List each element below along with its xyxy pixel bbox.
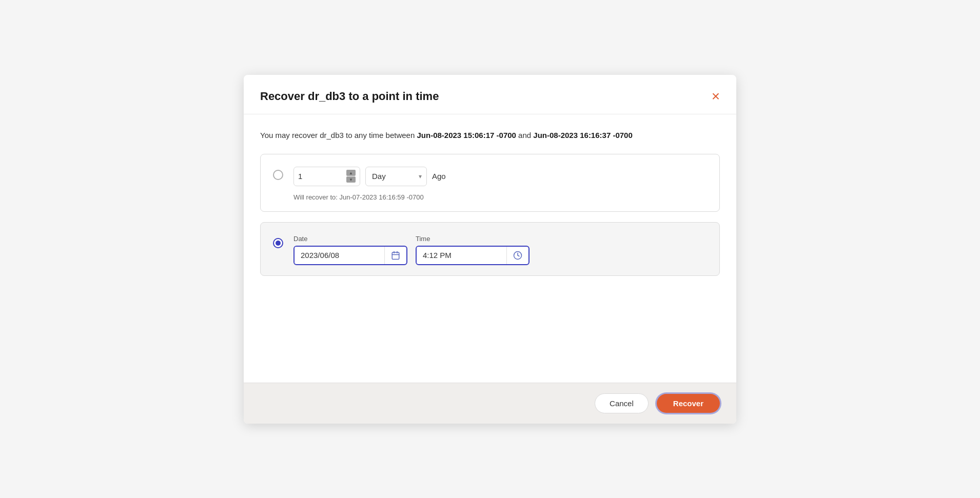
number-input[interactable] — [298, 172, 339, 181]
spinner-down[interactable]: ▼ — [346, 176, 356, 183]
time-input[interactable] — [417, 247, 506, 264]
spinner-buttons: ▲ ▼ — [346, 170, 356, 183]
datetime-option-content: Date — [293, 235, 707, 265]
time-field-group: Time — [416, 235, 530, 265]
datetime-card: Date — [260, 222, 720, 276]
date-input-wrapper — [293, 246, 407, 265]
time-input-wrapper — [416, 246, 530, 265]
modal-title: Recover dr_db3 to a point in time — [260, 90, 439, 103]
info-text: You may recover dr_db3 to any time betwe… — [260, 131, 720, 140]
info-text-between: and — [516, 131, 533, 140]
clock-button[interactable] — [506, 247, 528, 264]
relative-option-row: ▲ ▼ Day Hour Minute ▾ Ago — [293, 167, 707, 186]
unit-select-wrapper: Day Hour Minute ▾ — [365, 167, 427, 186]
spinner-up[interactable]: ▲ — [346, 170, 356, 176]
time-label: Time — [416, 235, 530, 243]
unit-select[interactable]: Day Hour Minute — [365, 167, 427, 186]
start-time: Jun-08-2023 15:06:17 -0700 — [417, 131, 516, 140]
recover-modal: Recover dr_db3 to a point in time × You … — [244, 75, 736, 424]
close-button[interactable]: × — [712, 89, 720, 104]
datetime-row: Date — [293, 235, 707, 265]
modal-header: Recover dr_db3 to a point in time × — [244, 75, 736, 114]
clock-icon — [513, 251, 522, 260]
ago-label: Ago — [432, 172, 446, 181]
datetime-radio[interactable] — [273, 238, 283, 248]
recover-preview: Will recover to: Jun-07-2023 16:16:59 -0… — [293, 193, 707, 201]
relative-option-content: ▲ ▼ Day Hour Minute ▾ Ago Will re — [293, 167, 707, 201]
end-time: Jun-08-2023 16:16:37 -0700 — [533, 131, 632, 140]
modal-footer: Cancel Recover — [244, 383, 736, 424]
calendar-icon — [391, 251, 400, 260]
modal-body: You may recover dr_db3 to any time betwe… — [244, 114, 736, 383]
date-input[interactable] — [295, 247, 384, 264]
relative-time-card: ▲ ▼ Day Hour Minute ▾ Ago Will re — [260, 154, 720, 212]
relative-radio[interactable] — [273, 170, 283, 180]
date-label: Date — [293, 235, 407, 243]
info-text-before: You may recover dr_db3 to any time betwe… — [260, 131, 417, 140]
calendar-button[interactable] — [384, 247, 406, 264]
recover-button[interactable]: Recover — [657, 394, 720, 413]
svg-rect-0 — [392, 252, 399, 260]
date-field-group: Date — [293, 235, 407, 265]
cancel-button[interactable]: Cancel — [595, 393, 649, 413]
number-input-wrapper: ▲ ▼ — [293, 167, 360, 186]
